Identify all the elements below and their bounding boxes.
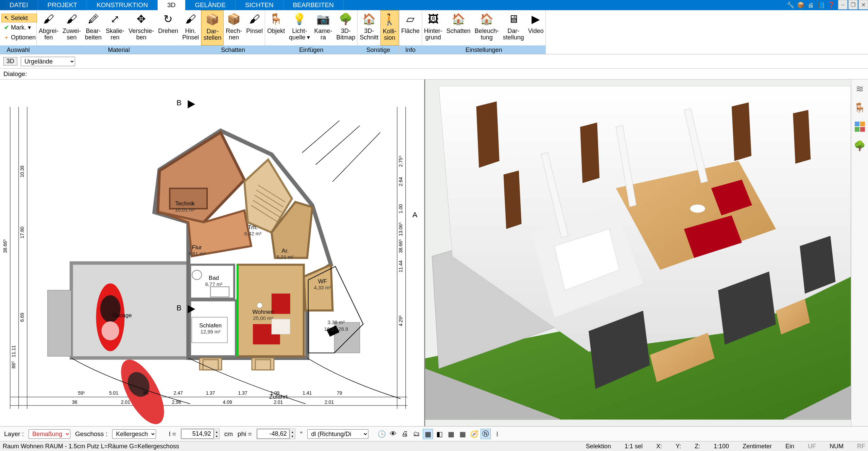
group-label: Einfügen [265,46,357,54]
ribbon-kame-ra-button[interactable]: 📷Kame- ra [312,10,334,46]
svg-text:89: 89 [143,390,149,396]
menu-bearbeiten[interactable]: BEARBEITEN [283,0,344,10]
layer-select[interactable]: Bemaßung [29,429,70,439]
ribbon-abgrei-fen-button[interactable]: 🖌Abgrei- fen [37,10,60,46]
mini-icon-7[interactable]: ▦ [457,429,468,439]
svg-rect-26 [255,360,271,370]
phi-label: phi = [238,430,252,438]
dl-select[interactable]: dl (Richtung/Di [307,429,368,439]
selekt-button[interactable]: ↖Selekt [1,14,37,22]
ribbon-skalie-ren-button[interactable]: ⤢Skalie- ren [104,10,126,46]
optionen-button[interactable]: ＋Optionen [1,33,37,42]
layer-dropdown[interactable]: Urgelände [21,57,75,66]
group-label: Info [399,46,422,54]
svg-text:2.01: 2.01 [121,399,130,405]
group-label: Material [37,46,201,54]
ribbon-hinter-grund-button[interactable]: 🖼Hinter- grund [422,10,445,46]
geschoss-select[interactable]: Kellergesch [112,429,156,439]
mini-icon-2[interactable]: 🖨 [400,429,410,439]
ribbon-label: Dar- stellung [503,28,524,41]
tools-icon[interactable]: 🔧 [786,1,795,9]
ribbon-schatten-button[interactable]: 🏠Schatten [445,10,473,46]
print-icon[interactable]: 🖨 [807,1,815,9]
tree-icon[interactable]: 🌳 [853,139,866,152]
mini-icon-6[interactable]: ▦ [446,429,456,439]
menu-gelaende[interactable]: GELÄNDE [185,0,236,10]
layers-icon[interactable]: ≋ [853,82,866,95]
mini-icon-1[interactable]: 👁 [388,429,398,439]
room-area: 6,77 m² [205,281,223,287]
ribbon-icon: 🪑 [269,12,283,26]
ribbon-icon: 🖌 [66,12,77,26]
svg-text:3,38 m²: 3,38 m² [328,319,345,325]
ribbon-label: Hinter- grund [424,28,442,41]
box-icon[interactable]: 📦 [797,1,805,9]
ribbon-pinsel-button[interactable]: 🖌Pinsel [244,10,265,46]
ribbon-verschie-ben-button[interactable]: ✥Verschie- ben [126,10,156,46]
ribbon-objekt-button[interactable]: 🪑Objekt [265,10,287,46]
mini-icon-10[interactable]: ⁞ [492,429,502,439]
menu-datei[interactable]: DATEI [0,0,38,10]
window-restore[interactable]: ❐ [848,0,858,10]
svg-text:38.66⁵: 38.66⁵ [2,239,8,253]
help-icon[interactable]: ❓ [827,1,835,9]
ribbon-label: Kolli- sion [383,28,396,41]
mini-icon-4[interactable]: ▦ [423,429,433,439]
ribbon-icon: 🖌 [249,12,260,26]
status-unit: Zentimeter [743,443,772,450]
ribbon-icon: 🏠 [452,12,465,26]
ribbon-icon: 🖌 [43,12,54,26]
ribbon-label: Objekt [267,28,285,34]
group-label: Schatten [201,46,265,54]
ribbon-fl-che-button[interactable]: ▱Fläche [399,10,422,46]
palette-icon[interactable] [853,120,866,133]
ribbon-video-button[interactable]: ▶Video [526,10,546,46]
l-input[interactable]: ▴▾ [181,429,220,439]
mark-button[interactable]: ✔Mark. ▾ [1,23,37,32]
ribbon-hin-pinsel-button[interactable]: 🖌Hin. Pinsel [180,10,201,46]
menu-3d[interactable]: 3D [158,0,185,10]
window-close[interactable]: ✕ [858,0,868,10]
ribbon-beleuch-tung-button[interactable]: 🏠Beleuch- tung [473,10,501,46]
svg-rect-18 [272,319,290,334]
ribbon-bear-beiten-button[interactable]: 🖉Bear- beiten [83,10,104,46]
ribbon-licht-quelle--button[interactable]: 💡Licht- quelle ▾ [287,10,312,46]
mini-icon-9[interactable]: Ⓝ [481,429,491,439]
view-3d[interactable] [425,79,851,426]
ribbon--d-schnitt-button[interactable]: 🏠3D- Schnitt [358,10,380,46]
svg-text:A: A [412,211,417,219]
ribbon-label: 3D- Bitmap [336,28,355,41]
mini-icon-3[interactable]: 🗂 [411,429,421,439]
ribbon-drehen-button[interactable]: ↻Drehen [156,10,180,46]
mini-icon-0[interactable]: 🕓 [377,429,387,439]
sub-bar: 3D Urgelände [0,54,868,69]
group-label: Einstellungen [422,46,546,54]
ribbon-icon: 🖼 [428,12,439,26]
ribbon--d-bitmap-button[interactable]: 🌳3D- Bitmap [334,10,357,46]
ribbon-kolli-sion-button[interactable]: 🚶Kolli- sion [380,10,399,46]
svg-text:B: B [176,304,181,312]
room-area: 10,01 m² [175,207,195,213]
window-minimize[interactable]: – [838,0,848,10]
status-sel-ratio: 1:1 sel [625,443,643,450]
ribbon-dar-stellung-button[interactable]: 🖥Dar- stellung [501,10,526,46]
ribbon-icon: 🖉 [88,12,99,26]
menu-sichten[interactable]: SICHTEN [236,0,283,10]
book-icon[interactable]: 📘 [817,1,825,9]
ribbon-label: Fläche [401,28,420,34]
mini-icon-8[interactable]: 🧭 [469,429,479,439]
ribbon-zuwei-sen-button[interactable]: 🖌Zuwei- sen [60,10,83,46]
ribbon-dar-stellen-button[interactable]: 📦Dar- stellen [201,10,224,46]
svg-text:B: B [176,98,181,107]
svg-text:5.01: 5.01 [109,390,118,396]
phi-input[interactable]: ▴▾ [257,429,295,439]
mini-icon-5[interactable]: ◧ [434,429,445,439]
status-selektion: Selektion [586,443,611,450]
room-label: Wohnen [253,309,274,315]
menu-projekt[interactable]: PROJEKT [38,0,87,10]
view-2d-plan[interactable]: B B A Technik10,01 m²Flur9,81 m²Trh.6,42… [0,79,425,426]
ribbon-icon: 🖥 [508,12,519,26]
ribbon-rech-nen-button[interactable]: 📦Rech- nen [224,10,244,46]
furniture-icon[interactable]: 🪑 [853,101,866,114]
menu-konstruktion[interactable]: KONSTRUKTION [87,0,158,10]
